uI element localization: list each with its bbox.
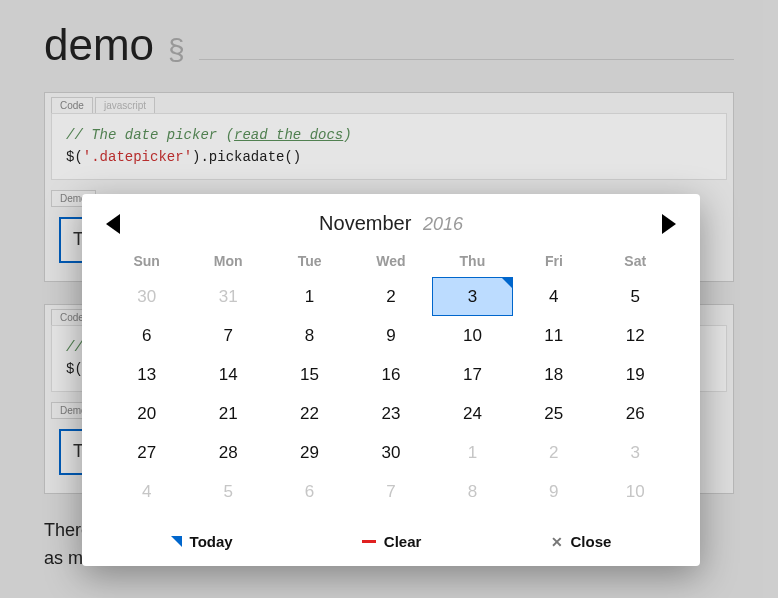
code-line2-b: ).pickadate() <box>192 149 301 165</box>
day[interactable]: 2 <box>350 277 431 316</box>
weekday-tue: Tue <box>269 245 350 277</box>
day[interactable]: 25 <box>513 394 594 433</box>
code-tab-javascript[interactable]: javascript <box>95 97 155 113</box>
day-outside[interactable]: 31 <box>187 277 268 316</box>
prev-month-button[interactable] <box>106 214 120 234</box>
day[interactable]: 1 <box>269 277 350 316</box>
day[interactable]: 14 <box>187 355 268 394</box>
picker-year: 2016 <box>423 214 463 234</box>
weekday-wed: Wed <box>350 245 431 277</box>
day[interactable]: 30 <box>350 433 431 472</box>
day[interactable]: 16 <box>350 355 431 394</box>
section-symbol: § <box>168 33 185 67</box>
calendar-days: 3031123456789101112131415161718192021222… <box>106 277 676 511</box>
close-label: Close <box>571 533 612 550</box>
weekday-mon: Mon <box>187 245 268 277</box>
day-outside[interactable]: 10 <box>595 472 676 511</box>
day[interactable]: 19 <box>595 355 676 394</box>
day[interactable]: 13 <box>106 355 187 394</box>
code-line2-str: '.datepicker' <box>83 149 192 165</box>
day[interactable]: 21 <box>187 394 268 433</box>
day-outside[interactable]: 1 <box>432 433 513 472</box>
day-selected[interactable]: 3 <box>432 277 513 316</box>
day[interactable]: 26 <box>595 394 676 433</box>
day-outside[interactable]: 3 <box>595 433 676 472</box>
picker-title: November 2016 <box>120 212 662 235</box>
code-comment-suffix: ) <box>343 127 351 143</box>
day[interactable]: 6 <box>106 316 187 355</box>
day-outside[interactable]: 7 <box>350 472 431 511</box>
day[interactable]: 11 <box>513 316 594 355</box>
next-month-button[interactable] <box>662 214 676 234</box>
today-button[interactable]: Today <box>171 533 233 550</box>
clear-button[interactable]: Clear <box>362 533 422 550</box>
day[interactable]: 28 <box>187 433 268 472</box>
code-tab-code[interactable]: Code <box>51 97 93 113</box>
code-comment-link[interactable]: read the docs <box>234 127 343 143</box>
close-button[interactable]: ✕ Close <box>551 533 612 550</box>
day-outside[interactable]: 8 <box>432 472 513 511</box>
day-outside[interactable]: 30 <box>106 277 187 316</box>
day[interactable]: 5 <box>595 277 676 316</box>
day[interactable]: 29 <box>269 433 350 472</box>
code-line2-a: $( <box>66 149 83 165</box>
weekday-sun: Sun <box>106 245 187 277</box>
weekday-row: SunMonTueWedThuFriSat <box>106 245 676 277</box>
clear-icon <box>362 540 376 543</box>
day-outside[interactable]: 2 <box>513 433 594 472</box>
day[interactable]: 23 <box>350 394 431 433</box>
day[interactable]: 4 <box>513 277 594 316</box>
day-outside[interactable]: 4 <box>106 472 187 511</box>
day[interactable]: 17 <box>432 355 513 394</box>
day[interactable]: 8 <box>269 316 350 355</box>
clear-label: Clear <box>384 533 422 550</box>
day[interactable]: 15 <box>269 355 350 394</box>
code-area-1: // The date picker (read the docs) $('.d… <box>51 113 727 180</box>
weekday-sat: Sat <box>595 245 676 277</box>
day[interactable]: 18 <box>513 355 594 394</box>
body-text-2b: as m <box>44 548 83 568</box>
day-outside[interactable]: 6 <box>269 472 350 511</box>
day[interactable]: 24 <box>432 394 513 433</box>
day[interactable]: 27 <box>106 433 187 472</box>
weekday-thu: Thu <box>432 245 513 277</box>
weekday-fri: Fri <box>513 245 594 277</box>
day[interactable]: 12 <box>595 316 676 355</box>
day[interactable]: 7 <box>187 316 268 355</box>
day-outside[interactable]: 9 <box>513 472 594 511</box>
day[interactable]: 9 <box>350 316 431 355</box>
code-comment-prefix: // The date picker ( <box>66 127 234 143</box>
today-label: Today <box>190 533 233 550</box>
day-outside[interactable]: 5 <box>187 472 268 511</box>
day[interactable]: 20 <box>106 394 187 433</box>
day[interactable]: 10 <box>432 316 513 355</box>
page-heading-row: demo § <box>44 20 734 70</box>
picker-month: November <box>319 212 411 234</box>
close-icon: ✕ <box>551 534 563 550</box>
heading-rule <box>199 59 734 60</box>
page-title: demo <box>44 20 154 70</box>
datepicker-popup: November 2016 SunMonTueWedThuFriSat 3031… <box>82 194 700 566</box>
today-icon <box>171 536 182 547</box>
day[interactable]: 22 <box>269 394 350 433</box>
